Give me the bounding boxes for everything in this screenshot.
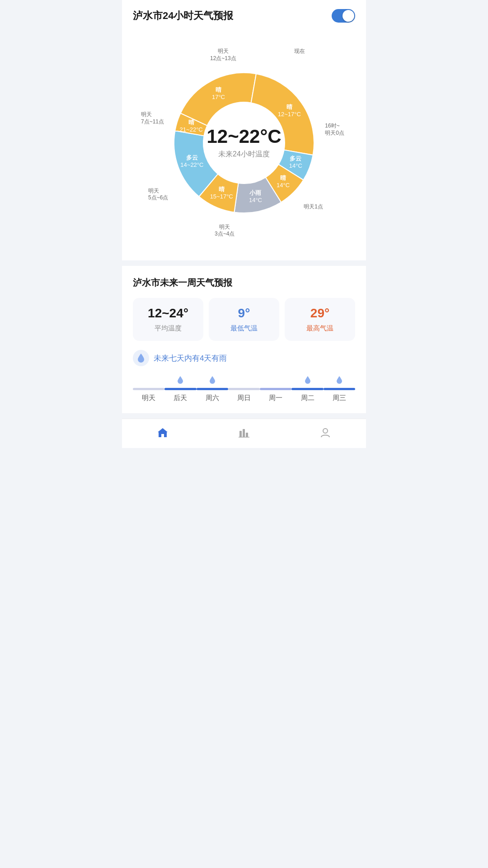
day-bar	[291, 388, 323, 390]
label-tomorrow-7: 明天 7点~11点	[141, 111, 164, 125]
label-tomorrow-1: 明天1点	[304, 203, 323, 211]
day-bar	[133, 388, 164, 390]
donut-section: 晴17°C晴12~17°C多云14°C晴14°C小雨14°C晴15~17°C多云…	[122, 30, 366, 260]
rain-text: 未来七天内有4天有雨	[154, 353, 227, 363]
avg-temp-card: 12~24° 平均温度	[133, 298, 203, 341]
toggle-switch[interactable]	[332, 9, 355, 23]
day-rain-icon	[209, 375, 216, 385]
day-name: 周一	[269, 394, 282, 402]
day-bar	[324, 388, 355, 390]
min-temp-label: 最低气温	[214, 324, 274, 333]
day-name: 周二	[301, 394, 314, 402]
day-rain-icon	[177, 375, 184, 385]
min-temp-value: 9°	[214, 306, 274, 321]
max-temp-value: 29°	[290, 306, 350, 321]
day-forecast-item: 周三	[324, 375, 355, 402]
label-now: 现在	[294, 48, 305, 55]
rain-drop-icon	[137, 353, 145, 363]
rain-info-row: 未来七天内有4天有雨	[133, 350, 355, 366]
nav-home[interactable]	[155, 425, 170, 440]
days-forecast-row: 明天后天周六周日周一周二周三	[133, 375, 355, 402]
home-icon	[155, 425, 170, 440]
day-bar	[197, 388, 228, 390]
day-name: 后天	[174, 394, 187, 402]
day-forecast-item: 周日	[228, 375, 260, 402]
page-title: 泸水市24小时天气预报	[133, 9, 233, 23]
toggle-knob	[343, 10, 354, 22]
label-tomorrow-5: 明天 5点~6点	[148, 188, 168, 202]
day-name: 周日	[237, 394, 251, 402]
day-name: 周六	[206, 394, 219, 402]
donut-temp: 12~22°C	[206, 126, 281, 147]
donut-chart: 晴17°C晴12~17°C多云14°C晴14°C小雨14°C晴15~17°C多云…	[140, 39, 348, 247]
header: 泸水市24小时天气预报	[122, 0, 366, 30]
label-tomorrow-3: 明天 3点~4点	[215, 224, 235, 238]
day-forecast-item: 明天	[133, 375, 164, 402]
day-name: 明天	[142, 394, 155, 402]
day-forecast-item: 周六	[197, 375, 228, 402]
label-16: 16时~ 明天0点	[325, 123, 344, 137]
donut-center: 12~22°C 未来24小时温度	[206, 126, 281, 159]
svg-point-20	[323, 429, 328, 433]
day-name: 周三	[333, 394, 346, 402]
nav-chart[interactable]	[237, 425, 251, 440]
weekly-title: 泸水市未来一周天气预报	[133, 277, 355, 289]
user-icon	[318, 425, 333, 440]
rain-icon-circle	[133, 350, 149, 366]
chart-icon	[237, 425, 251, 440]
svg-rect-17	[243, 429, 245, 437]
bottom-nav	[122, 419, 366, 448]
day-bar	[164, 388, 196, 390]
svg-rect-16	[239, 431, 242, 437]
nav-user[interactable]	[318, 425, 333, 440]
stats-row: 12~24° 平均温度 9° 最低气温 29° 最高气温	[133, 298, 355, 341]
day-bar	[260, 388, 291, 390]
max-temp-card: 29° 最高气温	[285, 298, 355, 341]
svg-rect-18	[246, 433, 248, 437]
label-tomorrow-12: 明天 12点~13点	[210, 48, 236, 62]
day-forecast-item: 周一	[260, 375, 291, 402]
avg-temp-value: 12~24°	[138, 306, 198, 321]
max-temp-label: 最高气温	[290, 324, 350, 333]
day-forecast-item: 后天	[164, 375, 196, 402]
donut-sublabel: 未来24小时温度	[206, 150, 281, 160]
day-forecast-item: 周二	[291, 375, 323, 402]
day-bar	[228, 388, 260, 390]
weekly-section: 泸水市未来一周天气预报 12~24° 平均温度 9° 最低气温 29° 最高气温…	[122, 266, 366, 413]
avg-temp-label: 平均温度	[138, 324, 198, 333]
min-temp-card: 9° 最低气温	[209, 298, 279, 341]
day-rain-icon	[304, 375, 311, 385]
day-rain-icon	[336, 375, 343, 385]
